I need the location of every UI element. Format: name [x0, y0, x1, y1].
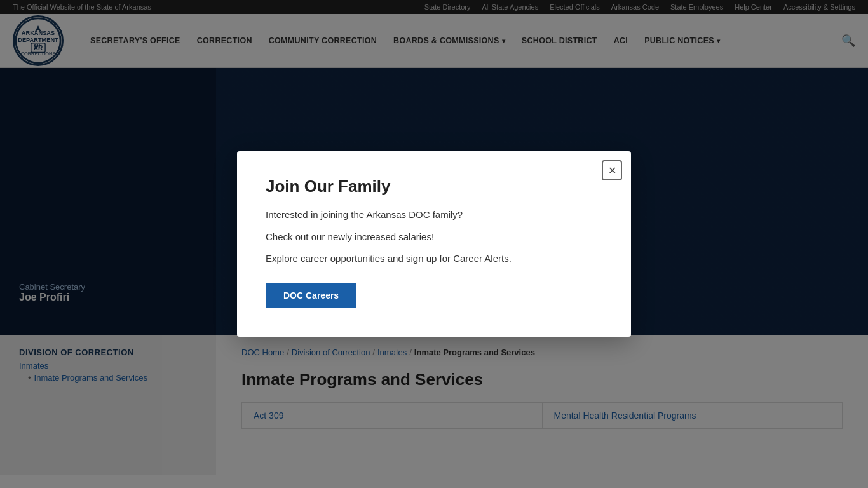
modal: ✕ Join Our Family Interested in joining … [237, 151, 631, 337]
modal-line1: Interested in joining the Arkansas DOC f… [266, 208, 602, 222]
modal-body: Interested in joining the Arkansas DOC f… [266, 208, 602, 266]
doc-careers-button[interactable]: DOC Careers [266, 283, 356, 308]
modal-title: Join Our Family [266, 177, 602, 196]
modal-line2: Check out our newly increased salaries! [266, 230, 602, 245]
modal-close-button[interactable]: ✕ [602, 160, 622, 180]
modal-line3: Explore career opportunities and sign up… [266, 252, 602, 266]
close-icon: ✕ [608, 165, 616, 177]
modal-overlay: ✕ Join Our Family Interested in joining … [0, 0, 868, 475]
